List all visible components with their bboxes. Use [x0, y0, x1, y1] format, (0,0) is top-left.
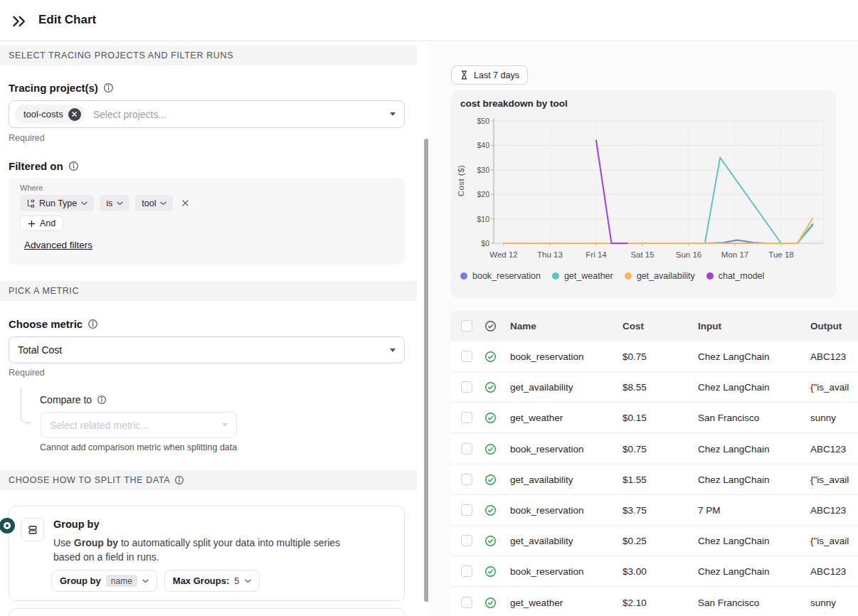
table-cell: {"is_avail: [810, 526, 849, 556]
row-checkbox[interactable]: [461, 597, 472, 608]
legend-dot: [706, 272, 714, 280]
info-icon[interactable]: [88, 319, 98, 329]
column-header: Cost: [623, 311, 644, 341]
table-cell: ABC123: [810, 341, 846, 372]
x-tick: Wed 12: [481, 250, 526, 259]
table-cell: sunny: [810, 403, 836, 433]
advanced-filters-link[interactable]: Advanced filters: [24, 240, 92, 250]
column-header: Output: [810, 311, 842, 341]
section-pick-metric: PICK A METRIC: [0, 281, 417, 301]
row-checkbox[interactable]: [461, 443, 472, 455]
table-row[interactable]: get_weather$2.10San Franciscosunny: [451, 588, 858, 616]
x-tick: Fri 14: [573, 250, 619, 259]
info-icon[interactable]: [97, 395, 107, 405]
table-cell: $2.10: [623, 588, 647, 616]
max-groups-button[interactable]: Max Groups: 5: [164, 570, 260, 592]
filter-value-chip[interactable]: tool: [135, 195, 173, 211]
compare-metric-select[interactable]: Select related metric...: [41, 412, 237, 438]
table-row[interactable]: book_reservation$3.757 PMABC123: [451, 495, 858, 526]
chart-legend: book_reservationget_weatherget_availabil…: [460, 271, 764, 281]
row-checkbox[interactable]: [461, 565, 472, 577]
time-range-button[interactable]: Last 7 days: [451, 65, 528, 85]
remove-filter-icon[interactable]: [181, 199, 189, 207]
info-icon[interactable]: [68, 161, 79, 171]
row-checkbox[interactable]: [461, 351, 472, 362]
projects-placeholder: Select projects...: [93, 109, 390, 120]
y-tick: $30: [455, 166, 489, 174]
required-note: Required: [9, 368, 45, 378]
chevron-down-icon: [390, 349, 396, 352]
filter-operator-chip[interactable]: is: [100, 195, 129, 211]
table-row[interactable]: book_reservation$0.75Chez LangChainABC12…: [451, 434, 858, 464]
compare-note: Cannot add comparison metric when splitt…: [40, 442, 237, 452]
legend-label: chat_model: [719, 271, 765, 281]
compare-placeholder: Select related metric...: [50, 420, 222, 431]
y-tick: $20: [455, 190, 489, 198]
legend-dot: [625, 272, 632, 280]
add-and-filter-button[interactable]: And: [20, 216, 63, 231]
project-chip: tool-costs: [15, 105, 85, 124]
chevron-down-icon: [142, 579, 149, 583]
table-cell: $0.25: [623, 526, 647, 556]
legend-item-book_reservation[interactable]: book_reservation: [460, 271, 541, 281]
group-by-field-button[interactable]: Group by name: [51, 570, 157, 592]
table-row[interactable]: get_availability$0.25Chez LangChain{"is_…: [451, 526, 858, 556]
remove-project-icon[interactable]: [68, 108, 81, 121]
table-cell: $8.55: [623, 372, 647, 403]
table-cell: get_weather: [510, 588, 563, 616]
row-checkbox[interactable]: [461, 381, 472, 393]
table-row[interactable]: get_availability$1.55Chez LangChain{"is_…: [451, 464, 858, 495]
table-cell: ABC123: [810, 495, 846, 526]
legend-label: get_weather: [564, 271, 613, 281]
info-icon[interactable]: [174, 475, 185, 486]
page-title: Edit Chart: [38, 13, 96, 27]
row-checkbox[interactable]: [461, 504, 472, 516]
info-icon[interactable]: [103, 83, 114, 93]
table-cell: Chez LangChain: [698, 464, 770, 495]
status-success-icon: [484, 412, 497, 424]
table-cell: $3.75: [623, 495, 647, 526]
group-by-radio[interactable]: [0, 518, 15, 533]
tracing-projects-label: Tracing project(s): [9, 82, 114, 94]
table-cell: San Francisco: [698, 403, 759, 433]
table-cell: book_reservation: [510, 434, 584, 464]
row-checkbox[interactable]: [461, 320, 472, 331]
row-checkbox[interactable]: [461, 474, 472, 485]
hierarchy-icon: [26, 199, 35, 208]
chevron-down-icon: [390, 112, 396, 116]
legend-item-get_weather[interactable]: get_weather: [552, 271, 613, 281]
metric-value: Total Cost: [18, 344, 390, 356]
table-row[interactable]: get_availability$8.55Chez LangChain{"is_…: [451, 372, 858, 403]
next-split-card[interactable]: [9, 608, 405, 616]
status-success-icon: [484, 351, 497, 363]
chevron-down-icon: [81, 201, 88, 206]
projects-select[interactable]: tool-costs Select projects...: [9, 100, 405, 128]
legend-item-chat_model[interactable]: chat_model: [706, 271, 765, 281]
table-cell: {"is_avail: [810, 372, 849, 403]
table-row[interactable]: book_reservation$3.00Chez LangChainABC12…: [451, 556, 858, 587]
group-by-title: Group by: [53, 519, 99, 530]
table-cell: ABC123: [810, 434, 846, 464]
filter-field-chip[interactable]: Run Type: [20, 195, 94, 211]
table-row[interactable]: get_weather$0.15San Franciscosunny: [451, 403, 858, 433]
group-by-card[interactable]: Group by Use Group by to automatically s…: [9, 506, 405, 601]
legend-dot: [552, 272, 559, 280]
x-tick: Thu 13: [527, 250, 573, 259]
row-checkbox[interactable]: [461, 412, 472, 423]
metric-select[interactable]: Total Cost: [9, 336, 405, 363]
table-cell: get_availability: [510, 372, 573, 403]
chart-card: cost breakdown by tool Cost ($) $0$10$20…: [451, 90, 836, 299]
table-cell: get_availability: [510, 526, 573, 556]
series-chat_model: [596, 141, 627, 244]
table-row[interactable]: book_reservation$0.75Chez LangChainABC12…: [451, 341, 858, 372]
row-checkbox[interactable]: [461, 535, 472, 546]
collapse-panel-icon[interactable]: [11, 14, 27, 29]
table-cell: $3.00: [623, 556, 647, 587]
runs-table: NameCostInputOutputbook_reservation$0.75…: [451, 311, 858, 616]
group-by-description: Use Group by to automatically split your…: [53, 536, 370, 565]
section-select-projects: SELECT TRACING PROJECTS AND FILTER RUNS: [0, 46, 417, 65]
filtered-on-label: Filtered on: [9, 160, 79, 172]
y-tick: $10: [455, 215, 489, 223]
legend-item-get_availability[interactable]: get_availability: [625, 271, 695, 281]
chevron-down-icon: [117, 201, 123, 206]
